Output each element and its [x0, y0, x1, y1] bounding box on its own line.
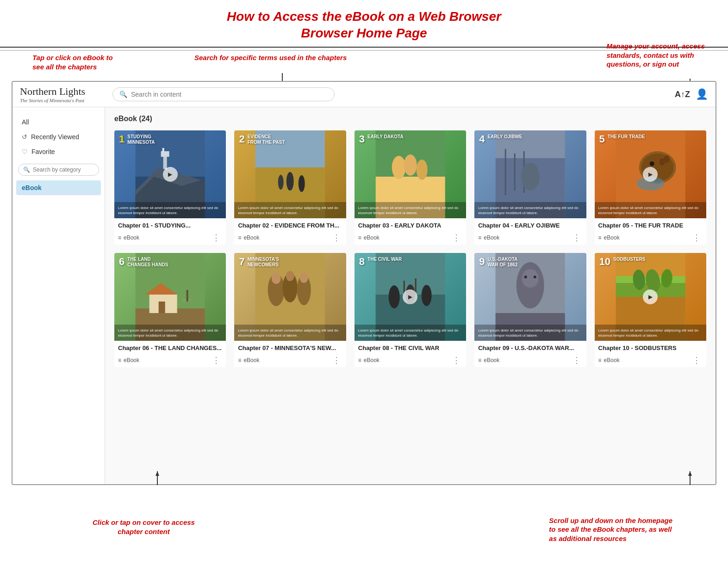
cover-overlay-7: 7 MINNESOTA'SNEWCOMERS: [234, 253, 346, 270]
svg-point-54: [388, 285, 399, 308]
book-type-8: ≡ eBook: [358, 357, 380, 363]
book-cover-10[interactable]: 10 SODBUSTERS ▶ Lorem ipsum dolor sit am…: [595, 253, 706, 341]
svg-point-23: [404, 154, 417, 176]
book-cover-7[interactable]: 7 MINNESOTA'SNEWCOMERS Lorem ipsum dolor…: [234, 253, 346, 341]
book-menu-6[interactable]: ⋮: [210, 355, 222, 365]
search-input[interactable]: [131, 91, 328, 98]
chapter-title-overlay-10: SODBUSTERS: [613, 257, 645, 262]
cover-bottom-text-10: Lorem ipsum dolor sit amet consectetur a…: [595, 325, 706, 341]
svg-rect-41: [159, 301, 165, 313]
chapter-title-overlay-2: EVIDENCEFROM THE PAST: [248, 134, 285, 145]
sort-button[interactable]: A↑Z: [675, 90, 690, 99]
book-cover-9[interactable]: 9 U.S.-DAKOTAWAR OF 1862 Lorem ipsum dol…: [474, 253, 586, 341]
svg-point-35: [664, 155, 669, 163]
book-menu-2[interactable]: ⋮: [330, 233, 342, 243]
play-button-5[interactable]: ▶: [643, 167, 658, 182]
book-card-1[interactable]: 1 STUDYINGMINNESOTA ▶ Lorem ipsum dolor …: [114, 130, 226, 245]
list-icon-4: ≡: [478, 234, 481, 241]
cover-overlay-3: 3 EARLY DAKOTA: [355, 130, 466, 146]
book-title-1: Chapter 01 - STUDYING...: [118, 222, 222, 230]
chapter-title-overlay-4: EARLY OJIBWE: [487, 134, 522, 140]
book-card-8[interactable]: 8 THE CIVIL WAR ▶ Lorem ipsum dolor sit …: [355, 253, 466, 367]
book-title-6: Chapter 06 - THE LAND CHANGES...: [118, 345, 222, 352]
book-info-6: Chapter 06 - THE LAND CHANGES... ≡ eBook…: [114, 341, 226, 367]
book-info-10: Chapter 10 - SODBUSTERS ≡ eBook ⋮: [595, 341, 706, 367]
browser-container: Northern Lights The Stories of Minnesota…: [12, 81, 716, 485]
book-menu-10[interactable]: ⋮: [691, 355, 703, 365]
book-title-7: Chapter 07 - MINNESOTA'S NEW...: [238, 345, 342, 352]
book-title-8: Chapter 08 - THE CIVIL WAR: [358, 345, 462, 352]
book-type-label-1: eBook: [124, 234, 139, 241]
book-type-label-6: eBook: [124, 357, 139, 363]
book-menu-1[interactable]: ⋮: [210, 233, 222, 243]
book-card-6[interactable]: 6 THE LANDCHANGES HANDS Lorem ipsum dolo…: [114, 253, 226, 367]
book-menu-5[interactable]: ⋮: [691, 233, 703, 243]
book-cover-1[interactable]: 1 STUDYINGMINNESOTA ▶ Lorem ipsum dolor …: [114, 130, 226, 218]
brand-subtitle: The Stories of Minnesota's Past: [20, 98, 94, 103]
svg-rect-10: [162, 148, 164, 152]
svg-rect-26: [505, 149, 506, 195]
book-menu-8[interactable]: ⋮: [450, 355, 462, 365]
book-cover-2[interactable]: 2 EVIDENCEFROM THE PAST Lorem ipsum dolo…: [234, 130, 346, 218]
list-icon-1: ≡: [118, 234, 121, 241]
book-meta-10: ≡ eBook ⋮: [598, 355, 703, 365]
book-info-1: Chapter 01 - STUDYING... ≡ eBook ⋮: [114, 218, 226, 245]
sidebar-category-search[interactable]: 🔍: [18, 164, 99, 176]
sidebar-search-input[interactable]: [33, 166, 94, 173]
book-type-4: ≡ eBook: [478, 234, 499, 241]
svg-point-50: [286, 271, 294, 281]
book-cover-8[interactable]: 8 THE CIVIL WAR ▶ Lorem ipsum dolor sit …: [355, 253, 466, 341]
list-icon-10: ≡: [598, 357, 602, 363]
page-header: How to Access the eBook on a Web Browser…: [0, 0, 728, 48]
book-card-9[interactable]: 9 U.S.-DAKOTAWAR OF 1862 Lorem ipsum dol…: [474, 253, 586, 367]
book-card-2[interactable]: 2 EVIDENCEFROM THE PAST Lorem ipsum dolo…: [234, 130, 346, 245]
book-card-7[interactable]: 7 MINNESOTA'SNEWCOMERS Lorem ipsum dolor…: [234, 253, 346, 367]
book-card-10[interactable]: 10 SODBUSTERS ▶ Lorem ipsum dolor sit am…: [595, 253, 706, 367]
play-button-10[interactable]: ▶: [643, 289, 658, 304]
arrow-to-scroll: [690, 471, 691, 485]
page-title: How to Access the eBook on a Web Browser…: [9, 8, 719, 42]
ebook-count: eBook (24): [114, 115, 706, 123]
list-icon-5: ≡: [598, 234, 602, 241]
sidebar-item-favorite[interactable]: ♡ Favorite: [12, 144, 105, 159]
svg-point-18: [278, 175, 284, 190]
svg-rect-27: [514, 154, 516, 191]
book-card-5[interactable]: 5 THE FUR TRADE ▶ Lorem ipsum dolor sit …: [595, 130, 706, 245]
chapter-num-8: 8: [359, 257, 365, 267]
sidebar-item-all[interactable]: All: [12, 115, 105, 129]
book-cover-6[interactable]: 6 THE LANDCHANGES HANDS Lorem ipsum dolo…: [114, 253, 226, 341]
book-type-label-4: eBook: [484, 234, 499, 241]
chapter-title-overlay-1: STUDYINGMINNESOTA: [127, 134, 155, 145]
book-cover-4[interactable]: 4 EARLY OJIBWE Lorem ipsum dolor sit ame…: [474, 130, 586, 218]
book-cover-5[interactable]: 5 THE FUR TRADE ▶ Lorem ipsum dolor sit …: [595, 130, 706, 218]
brand-name: Northern Lights: [20, 86, 94, 98]
book-menu-9[interactable]: ⋮: [571, 355, 583, 365]
cover-overlay-2: 2 EVIDENCEFROM THE PAST: [234, 130, 346, 147]
svg-point-49: [272, 273, 281, 284]
book-type-1: ≡ eBook: [118, 234, 139, 241]
book-info-9: Chapter 09 - U.S.-DAKOTA WAR... ≡ eBook …: [474, 341, 586, 367]
book-menu-3[interactable]: ⋮: [450, 233, 462, 243]
play-button-8[interactable]: ▶: [403, 289, 417, 304]
book-card-4[interactable]: 4 EARLY OJIBWE Lorem ipsum dolor sit ame…: [474, 130, 586, 245]
sidebar-item-ebook[interactable]: eBook: [16, 180, 101, 195]
annotation-search: Search for specific terms used in the ch…: [194, 53, 347, 62]
book-title-5: Chapter 05 - THE FUR TRADE: [598, 222, 703, 230]
book-info-7: Chapter 07 - MINNESOTA'S NEW... ≡ eBook …: [234, 341, 346, 367]
search-bar[interactable]: 🔍: [112, 87, 335, 101]
play-button-1[interactable]: ▶: [163, 167, 178, 182]
book-card-3[interactable]: 3 EARLY DAKOTA Lorem ipsum dolor sit ame…: [355, 130, 466, 245]
cover-bottom-text-2: Lorem ipsum dolor sit amet consectetur a…: [234, 202, 346, 218]
sidebar-item-recently-viewed[interactable]: ↺ Recently Viewed: [12, 129, 105, 144]
book-type-7: ≡ eBook: [238, 357, 259, 363]
user-button[interactable]: 👤: [696, 88, 708, 100]
chapter-num-5: 5: [599, 134, 605, 144]
book-type-label-10: eBook: [604, 357, 620, 363]
cover-bottom-text-6: Lorem ipsum dolor sit amet consectetur a…: [114, 325, 226, 341]
book-type-10: ≡ eBook: [598, 357, 620, 363]
header-icons: A↑Z 👤: [675, 88, 708, 100]
book-menu-7[interactable]: ⋮: [330, 355, 342, 365]
book-menu-4[interactable]: ⋮: [571, 233, 583, 243]
book-cover-3[interactable]: 3 EARLY DAKOTA Lorem ipsum dolor sit ame…: [355, 130, 466, 218]
annotation-scroll: Scroll up and down on the homepageto see…: [549, 516, 672, 543]
